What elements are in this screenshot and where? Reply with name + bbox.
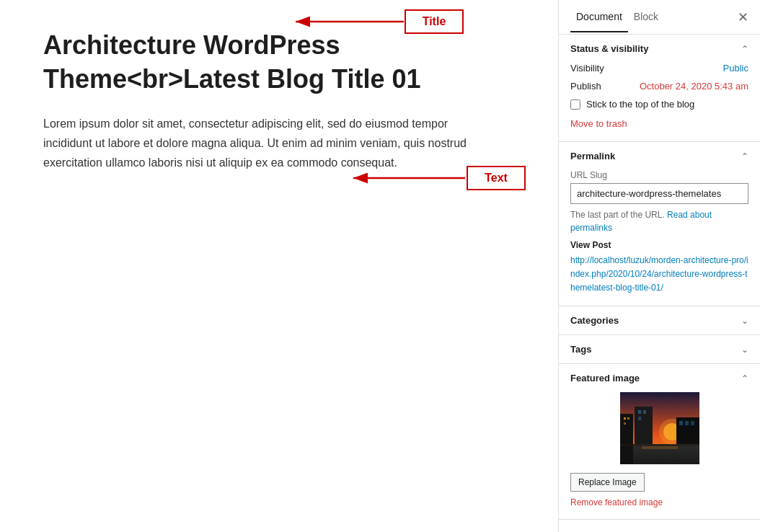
section-tags: Tags ⌄	[559, 335, 760, 364]
chevron-up-featured-icon: ⌃	[741, 373, 748, 384]
move-to-trash-link[interactable]: Move to trash	[570, 118, 627, 129]
publish-label: Publish	[570, 81, 601, 92]
categories-title: Categories	[570, 315, 619, 326]
url-slug-label: URL Slug	[570, 170, 748, 180]
section-permalink: Permalink ⌃ URL Slug The last part of th…	[559, 142, 760, 306]
status-visibility-body: Visibility Public Publish October 24, 20…	[559, 63, 760, 141]
svg-rect-25	[642, 446, 678, 449]
svg-rect-22	[685, 421, 689, 425]
post-title[interactable]: Architecture WordPress Theme<br>Latest B…	[43, 29, 515, 97]
visibility-value[interactable]: Public	[723, 63, 748, 74]
chevron-up-icon: ⌃	[741, 44, 748, 54]
svg-rect-23	[691, 421, 694, 425]
tags-title: Tags	[570, 344, 591, 355]
svg-rect-13	[624, 422, 626, 425]
status-visibility-header[interactable]: Status & visibility ⌃	[559, 35, 760, 63]
tab-block[interactable]: Block	[628, 2, 664, 32]
permalink-note: The last part of the URL. Read about per…	[570, 208, 748, 234]
section-status-visibility: Status & visibility ⌃ Visibility Public …	[559, 35, 760, 142]
categories-header[interactable]: Categories ⌄	[559, 306, 760, 334]
view-post-url[interactable]: http://localhost/luzuk/morden-architectu…	[570, 255, 748, 293]
editor-wrapper: Architecture WordPress Theme<br>Latest B…	[0, 0, 558, 532]
chevron-up-permalink-icon: ⌃	[741, 151, 748, 161]
chevron-down-tags-icon: ⌄	[741, 345, 748, 355]
featured-image-header[interactable]: Featured image ⌃	[559, 364, 760, 392]
post-content[interactable]: Lorem ipsum dolor sit amet, consectetur …	[43, 114, 476, 173]
tags-header[interactable]: Tags ⌄	[559, 335, 760, 363]
stick-checkbox[interactable]	[570, 99, 580, 110]
featured-image-thumbnail[interactable]	[620, 392, 699, 464]
chevron-down-categories-icon: ⌄	[741, 316, 748, 326]
sidebar: Document Block ✕ Status & visibility ⌃ V…	[558, 0, 760, 532]
svg-rect-21	[679, 421, 683, 425]
svg-rect-12	[627, 417, 629, 420]
sidebar-tabs: Document Block ✕	[559, 0, 760, 35]
permalink-title: Permalink	[570, 151, 615, 161]
status-visibility-title: Status & visibility	[570, 43, 648, 54]
tab-document[interactable]: Document	[570, 2, 628, 32]
section-featured-image: Featured image ⌃	[559, 364, 760, 520]
featured-image-body: Replace Image Remove featured image	[559, 392, 760, 519]
svg-rect-24	[620, 444, 699, 446]
permalink-header[interactable]: Permalink ⌃	[559, 142, 760, 170]
svg-rect-11	[624, 417, 626, 420]
svg-rect-17	[638, 417, 641, 420]
visibility-label: Visibility	[570, 63, 604, 74]
url-slug-input[interactable]	[570, 183, 748, 204]
visibility-row: Visibility Public	[570, 63, 748, 74]
replace-image-button[interactable]: Replace Image	[570, 473, 645, 492]
featured-image-title: Featured image	[570, 373, 640, 384]
svg-rect-10	[620, 414, 633, 464]
svg-rect-15	[638, 410, 641, 414]
publish-row: Publish October 24, 2020 5:43 am	[570, 81, 748, 92]
permalink-body: URL Slug The last part of the URL. Read …	[559, 170, 760, 306]
section-categories: Categories ⌄	[559, 306, 760, 335]
close-button[interactable]: ✕	[735, 6, 751, 28]
svg-rect-16	[643, 410, 646, 414]
stick-label: Stick to the top of the blog	[586, 99, 694, 110]
remove-featured-image-link[interactable]: Remove featured image	[570, 497, 748, 507]
editor-area: Architecture WordPress Theme<br>Latest B…	[0, 0, 558, 201]
view-post-label: View Post	[570, 240, 748, 250]
publish-date[interactable]: October 24, 2020 5:43 am	[640, 81, 748, 92]
stick-row: Stick to the top of the blog	[570, 99, 748, 110]
